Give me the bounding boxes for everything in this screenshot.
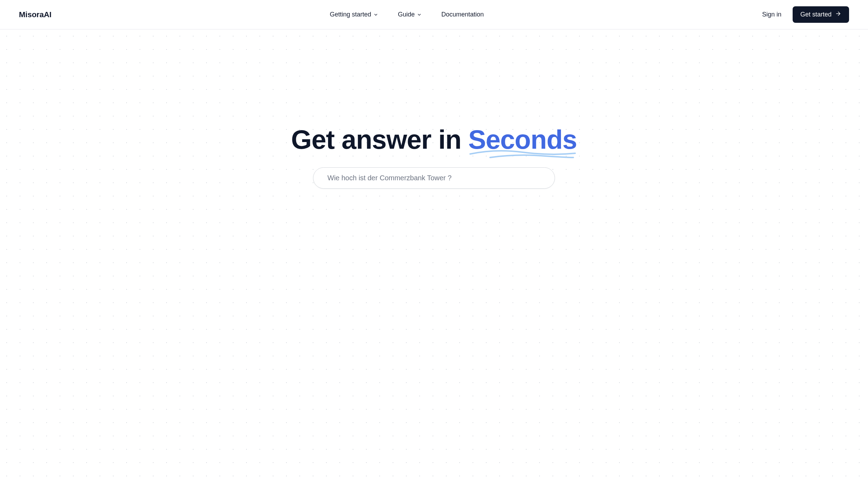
nav-label: Guide xyxy=(398,11,415,18)
hero-title-accent: Seconds xyxy=(468,124,577,155)
get-started-label: Get started xyxy=(800,11,832,18)
hero-title-accent-text: Seconds xyxy=(468,125,577,154)
logo[interactable]: MisoraAI xyxy=(19,10,52,19)
nav-getting-started[interactable]: Getting started xyxy=(330,11,378,18)
chevron-down-icon xyxy=(373,12,378,17)
nav-right: Sign in Get started xyxy=(762,6,849,23)
nav-documentation[interactable]: Documentation xyxy=(441,11,484,18)
hero-title: Get answer in Seconds xyxy=(291,124,577,155)
search-container xyxy=(313,167,555,189)
hero-section: Get answer in Seconds xyxy=(0,29,868,477)
search-input[interactable] xyxy=(313,167,555,189)
chevron-down-icon xyxy=(417,12,422,17)
header: MisoraAI Getting started Guide Documenta… xyxy=(0,0,868,29)
nav-label: Documentation xyxy=(441,11,484,18)
hero-title-prefix: Get answer in xyxy=(291,125,468,154)
nav-center: Getting started Guide Documentation xyxy=(330,11,484,18)
get-started-button[interactable]: Get started xyxy=(793,6,849,23)
nav-label: Getting started xyxy=(330,11,371,18)
arrow-right-icon xyxy=(835,11,841,19)
sign-in-link[interactable]: Sign in xyxy=(762,11,781,18)
nav-guide[interactable]: Guide xyxy=(398,11,422,18)
